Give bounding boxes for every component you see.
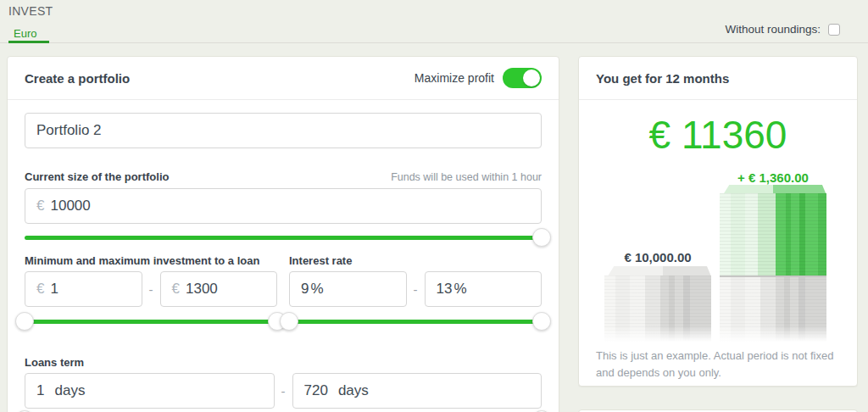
result-card: You get for 12 months € 11360 + € 1,360.…	[578, 56, 858, 387]
stack-separator	[720, 276, 826, 277]
portfolio-name-input[interactable]: Portfolio 2	[25, 113, 542, 148]
principal-label: € 10,000.00	[604, 250, 711, 264]
days-unit: days	[54, 382, 85, 399]
range-separator: -	[281, 384, 286, 398]
result-header: You get for 12 months	[579, 57, 857, 100]
interest-rate-label: Interest rate	[289, 254, 542, 267]
top-tab-bar	[0, 0, 868, 43]
result-amount: € 11360	[579, 112, 857, 158]
term-min-value: 1	[36, 382, 44, 399]
percent-sign: %	[310, 281, 323, 298]
term-min-input[interactable]: 1 days	[25, 373, 275, 409]
stack-fade-overlay	[579, 326, 857, 346]
create-portfolio-title: Create a portfolio	[25, 71, 130, 86]
interest-max-input[interactable]: 13 %	[425, 271, 542, 307]
slider-track	[289, 320, 542, 324]
without-roundings-checkbox[interactable]	[828, 24, 840, 36]
slider-track	[25, 236, 542, 240]
portfolio-size-label: Current size of the portfolio	[25, 170, 169, 183]
investment-min-handle[interactable]	[15, 312, 34, 331]
interest-max-value: 13	[437, 281, 453, 298]
result-title: You get for 12 months	[596, 71, 729, 86]
maximize-profit-toggle[interactable]	[503, 68, 542, 88]
interest-max-handle[interactable]	[532, 312, 551, 331]
euro-sign: €	[172, 281, 180, 298]
maximize-profit-label: Maximize profit	[415, 71, 494, 85]
portfolio-size-slider[interactable]	[25, 228, 542, 247]
investment-min-input[interactable]: € 1	[25, 271, 142, 307]
without-roundings-control: Without roundings:	[725, 23, 840, 36]
create-portfolio-header: Create a portfolio Maximize profit	[8, 57, 559, 100]
funds-hint: Funds will be used within 1 hour	[391, 171, 542, 183]
tab-euro-underline	[8, 41, 49, 43]
maximize-profit-control: Maximize profit	[415, 68, 542, 88]
interest-min-handle[interactable]	[280, 312, 298, 331]
percent-sign: %	[453, 281, 466, 298]
term-max-input[interactable]: 720 days	[292, 373, 542, 409]
investment-max-input[interactable]: € 1300	[160, 271, 278, 307]
create-portfolio-body: Portfolio 2 Current size of the portfoli…	[8, 100, 559, 412]
tab-euro[interactable]: Euro	[14, 27, 36, 40]
disclaimer-text: This is just an example. Actual period i…	[596, 348, 842, 381]
portfolio-size-input[interactable]: € 10000	[25, 188, 542, 224]
slider-track	[25, 320, 277, 324]
without-roundings-label: Without roundings:	[725, 23, 821, 36]
investment-min-value: 1	[50, 281, 58, 298]
interest-range-slider[interactable]	[289, 312, 542, 331]
euro-sign: €	[36, 198, 44, 214]
term-max-value: 720	[304, 382, 328, 399]
interest-min-value: 9	[301, 281, 309, 298]
portfolio-size-value: 10000	[50, 198, 90, 214]
minmax-investment-column: Minimum and maximum investment to a loan…	[25, 254, 277, 331]
portfolio-name-value: Portfolio 2	[36, 122, 102, 139]
profit-label: + € 1,360.00	[720, 170, 826, 185]
toggle-knob	[523, 70, 540, 86]
range-separator: -	[149, 282, 153, 297]
investment-range-slider[interactable]	[25, 312, 277, 331]
euro-sign: €	[36, 281, 44, 298]
interest-min-input[interactable]: 9 %	[289, 271, 407, 307]
minmax-investment-label: Minimum and maximum investment to a loan	[25, 254, 277, 267]
page-title: INVEST	[8, 4, 53, 18]
days-unit: days	[338, 382, 369, 399]
profit-money-stack	[720, 193, 826, 276]
range-separator: -	[414, 282, 418, 297]
investment-max-value: 1300	[186, 281, 218, 298]
portfolio-size-label-row: Current size of the portfolio Funds will…	[25, 170, 542, 183]
result-body: € 11360 + € 1,360.00 € 10,000.00 This is…	[579, 100, 857, 386]
loans-term-label: Loans term	[25, 356, 542, 369]
interest-rate-column: Interest rate 9 % - 13 %	[289, 254, 542, 331]
create-portfolio-card: Create a portfolio Maximize profit Portf…	[7, 56, 559, 412]
portfolio-size-slider-handle[interactable]	[532, 228, 551, 247]
